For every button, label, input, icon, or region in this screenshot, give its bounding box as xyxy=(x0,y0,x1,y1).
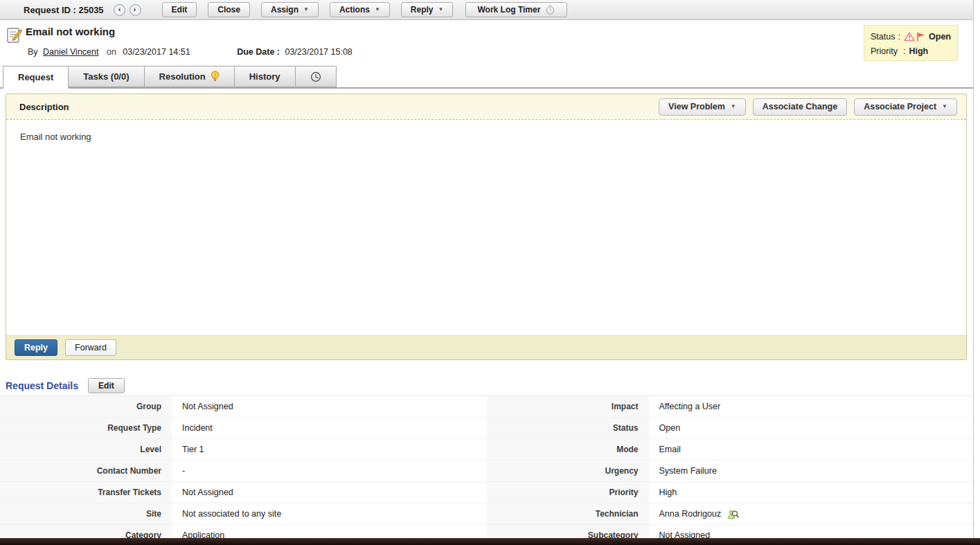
tab-request[interactable]: Request xyxy=(3,66,69,89)
detail-row: LevelTier 1 xyxy=(0,439,487,461)
detail-value-text: Open xyxy=(659,423,681,433)
by-label: By xyxy=(28,47,38,57)
associate-project-dropdown-button[interactable]: Associate Project ▼ xyxy=(854,98,957,116)
details-left-column: GroupNot AssignedRequest TypeIncidentLev… xyxy=(0,396,487,538)
chevron-down-icon: ▼ xyxy=(731,104,736,109)
detail-value: High xyxy=(649,488,677,497)
detail-row: ModeEmail xyxy=(487,439,974,461)
view-problem-label: View Problem xyxy=(668,102,725,111)
detail-value-text: System Failure xyxy=(659,466,717,476)
description-panel: Description View Problem ▼ Associate Cha… xyxy=(6,93,967,360)
detail-label: Transfer Tickets xyxy=(0,482,172,503)
tab-bar: Request Tasks (0/0) Resolution History xyxy=(0,66,973,89)
colon: : xyxy=(903,46,905,56)
actions-label: Actions xyxy=(339,5,370,15)
detail-label: Urgency xyxy=(487,461,649,481)
detail-value-text: Affecting a User xyxy=(659,402,721,411)
detail-row: PriorityHigh xyxy=(487,482,974,503)
detail-row: Transfer TicketsNot Assigned xyxy=(0,482,487,503)
detail-label: Impact xyxy=(487,396,649,417)
request-title: Email not working xyxy=(26,26,115,37)
description-panel-actions: View Problem ▼ Associate Change Associat… xyxy=(659,98,957,116)
window-right-edge xyxy=(973,0,974,538)
previous-request-button[interactable] xyxy=(114,4,125,16)
work-log-timer-label: Work Log Timer xyxy=(477,5,540,15)
close-button[interactable]: Close xyxy=(208,2,250,17)
tab-resolution[interactable]: Resolution xyxy=(144,66,235,87)
chevron-down-icon: ▼ xyxy=(942,104,947,109)
description-panel-header: Description View Problem ▼ Associate Cha… xyxy=(6,94,966,120)
detail-row: Request TypeIncident xyxy=(0,418,487,439)
due-date-value: 03/23/2017 15:08 xyxy=(285,47,352,57)
requester-link[interactable]: Daniel Vincent xyxy=(43,47,98,57)
detail-value: - xyxy=(172,466,185,476)
description-content: Email not working xyxy=(6,120,966,335)
detail-label: Level xyxy=(0,439,172,460)
tab-label: Resolution xyxy=(159,66,206,87)
detail-label: Request Type xyxy=(0,418,172,438)
warning-triangle-icon xyxy=(904,32,915,42)
detail-label: Group xyxy=(0,396,172,417)
associate-change-button[interactable]: Associate Change xyxy=(753,98,847,116)
detail-value-text: Tier 1 xyxy=(182,445,204,454)
colon: : xyxy=(898,32,900,42)
reply-dropdown-button[interactable]: Reply ▼ xyxy=(401,2,454,17)
due-date-label: Due Date : xyxy=(237,47,280,57)
detail-label: Status xyxy=(487,418,649,438)
request-details-heading: Request Details xyxy=(6,380,78,391)
detail-value: Not associated to any site xyxy=(172,509,281,519)
actions-dropdown-button[interactable]: Actions ▼ xyxy=(330,2,390,17)
request-note-icon xyxy=(6,27,22,46)
bottom-dock-strip xyxy=(0,538,980,545)
detail-row: GroupNot Assigned xyxy=(0,396,487,418)
detail-row: TechnicianAnna Rodrigouz xyxy=(487,503,974,525)
detail-row: ImpactAffecting a User xyxy=(487,396,974,418)
detail-value: Application xyxy=(172,530,224,538)
tab-history[interactable]: History xyxy=(234,66,296,87)
tab-label: History xyxy=(249,66,280,87)
request-meta: By Daniel Vincent on 03/23/2017 14:51 Du… xyxy=(28,47,353,57)
status-priority-box: Status : Open Priority : xyxy=(864,25,958,61)
details-right-column: ImpactAffecting a UserStatusOpenModeEmai… xyxy=(487,396,974,538)
status-value: Open xyxy=(929,32,951,42)
detail-value-text: Email xyxy=(659,445,681,454)
request-details-edit-button[interactable]: Edit xyxy=(88,378,125,393)
request-details-header: Request Details Edit xyxy=(6,378,125,393)
top-toolbar: Request ID : 25035 Edit Close Assign ▼ A… xyxy=(0,0,973,20)
reply-button[interactable]: Reply xyxy=(15,339,57,356)
technician-lookup-icon[interactable] xyxy=(727,509,739,519)
request-id-label: Request ID : 25035 xyxy=(24,5,104,15)
tab-time-analysis[interactable] xyxy=(295,66,337,87)
work-log-timer-button[interactable]: Work Log Timer xyxy=(465,2,567,17)
edit-button[interactable]: Edit xyxy=(162,2,197,17)
next-request-button[interactable] xyxy=(130,4,141,16)
detail-value-text: - xyxy=(182,466,185,476)
associate-change-label: Associate Change xyxy=(763,102,837,111)
chevron-right-icon xyxy=(132,7,138,12)
detail-label: Contact Number xyxy=(0,461,172,481)
detail-label: Category xyxy=(0,525,172,538)
detail-label: Priority xyxy=(487,482,649,503)
detail-value-text: Incident xyxy=(182,423,213,433)
detail-row: UrgencySystem Failure xyxy=(487,461,974,482)
view-problem-dropdown-button[interactable]: View Problem ▼ xyxy=(659,98,746,116)
detail-value: Incident xyxy=(172,423,213,433)
detail-value: Not Assigned xyxy=(172,488,233,497)
detail-value: Not Assigned xyxy=(172,402,233,411)
detail-label: Technician xyxy=(487,503,649,524)
detail-row: SubcategoryNot Assigned xyxy=(487,525,974,538)
detail-value-text: Anna Rodrigouz xyxy=(659,509,722,519)
clock-icon xyxy=(310,71,321,82)
detail-value: Not Assigned xyxy=(649,530,711,538)
tab-tasks[interactable]: Tasks (0/0) xyxy=(68,66,144,87)
forward-button[interactable]: Forward xyxy=(65,339,116,356)
on-label: on xyxy=(107,47,116,57)
chevron-left-icon xyxy=(116,7,122,12)
detail-value-text: Not Assigned xyxy=(659,530,711,538)
reply-label: Reply xyxy=(411,5,434,15)
detail-value-text: Not Assigned xyxy=(182,402,233,411)
detail-value: Affecting a User xyxy=(649,402,721,411)
assign-dropdown-button[interactable]: Assign ▼ xyxy=(261,2,319,17)
detail-label: Subcategory xyxy=(487,525,649,538)
detail-label: Mode xyxy=(487,439,649,460)
